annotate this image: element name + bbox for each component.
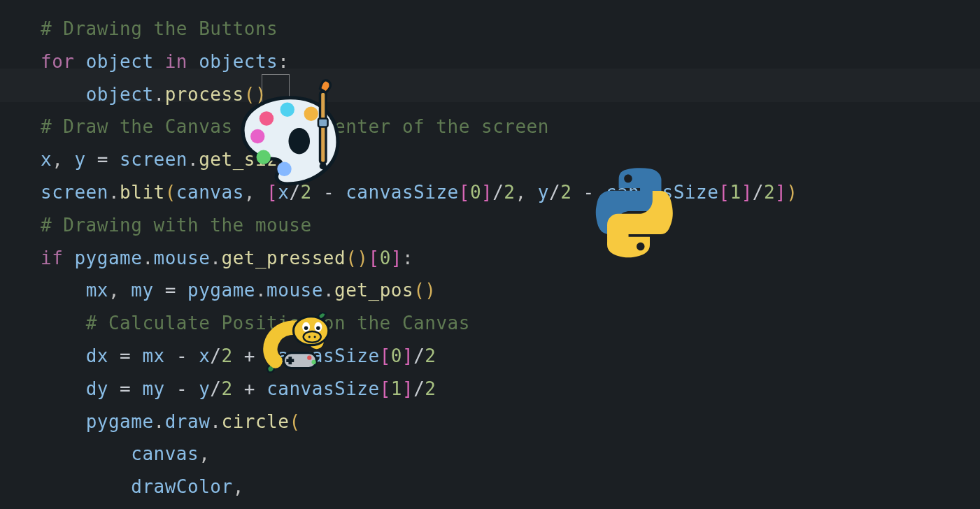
code-editor[interactable]: # Drawing the Buttons for object in obje… <box>0 0 980 509</box>
operator-minus: - <box>176 378 187 399</box>
bracket-close: ] <box>775 182 786 203</box>
bracket-close: ] <box>481 182 492 203</box>
paren-close: ) <box>425 280 436 301</box>
identifier: canvasSize <box>606 182 719 203</box>
identifier: objects <box>199 51 278 72</box>
number-literal: 0 <box>470 182 481 203</box>
function-call: get_pressed <box>221 248 346 268</box>
punct-dot: . <box>154 84 165 105</box>
paren-close: ) <box>301 149 312 170</box>
bracket-close: ] <box>741 182 753 203</box>
number-literal: 2 <box>504 182 515 203</box>
identifier: mouse <box>267 280 323 301</box>
identifier: canvas <box>131 443 199 464</box>
identifier: screen <box>41 182 108 203</box>
number-literal: 2 <box>764 182 775 203</box>
identifier: object <box>86 51 154 72</box>
operator-slash: / <box>549 182 560 203</box>
paren-close: ) <box>786 182 797 203</box>
identifier: mx <box>142 345 164 366</box>
operator-minus: - <box>583 182 594 203</box>
identifier: dy <box>86 378 108 399</box>
identifier: pygame <box>74 248 142 268</box>
identifier: x <box>278 182 289 203</box>
bracket-open: [ <box>267 182 278 203</box>
operator-minus: - <box>176 345 187 366</box>
operator-slash: / <box>413 378 425 399</box>
punct-comma: , <box>108 280 120 301</box>
bracket-close: ] <box>402 345 413 366</box>
identifier: y <box>538 182 549 203</box>
punct-comma: , <box>52 149 63 170</box>
number-literal: 1 <box>391 378 402 399</box>
operator-slash: / <box>753 182 764 203</box>
identifier: canvasSize <box>346 182 459 203</box>
keyword-if: if <box>41 248 63 268</box>
operator-eq: = <box>120 378 131 399</box>
bracket-open: [ <box>380 345 391 366</box>
identifier: mouse <box>154 248 211 268</box>
number-literal: 2 <box>560 182 571 203</box>
number-literal: 0 <box>380 248 391 268</box>
identifier: drawColor <box>131 476 232 497</box>
operator-slash: / <box>492 182 504 203</box>
comment-line: # Drawing the Buttons <box>41 18 278 39</box>
function-call: get_size <box>199 149 289 170</box>
bracket-close: ] <box>391 248 402 268</box>
identifier: x <box>41 149 52 170</box>
punct-dot: . <box>255 280 267 301</box>
comment-line: # Calculate Position on the Canvas <box>86 313 470 334</box>
function-call: get_pos <box>334 280 413 301</box>
bracket-close: ] <box>402 378 413 399</box>
identifier: pygame <box>86 411 154 432</box>
bracket-open: [ <box>459 182 470 203</box>
identifier: draw <box>165 411 211 432</box>
identifier: screen <box>120 149 187 170</box>
identifier: pygame <box>187 280 255 301</box>
operator-slash: / <box>210 345 221 366</box>
operator-slash: / <box>413 345 425 366</box>
operator-plus: + <box>244 345 255 366</box>
punct-colon: : <box>402 248 413 268</box>
number-literal: 0 <box>391 345 402 366</box>
punct-comma: , <box>199 443 210 464</box>
number-literal: 2 <box>301 182 312 203</box>
operator-slash: / <box>210 378 221 399</box>
punct-dot: . <box>323 280 334 301</box>
identifier: mx <box>86 280 108 301</box>
paren-close: ) <box>357 248 368 268</box>
identifier: dx <box>86 345 108 366</box>
paren-open: ( <box>346 248 357 268</box>
number-literal: 2 <box>425 345 436 366</box>
punct-dot: . <box>142 248 153 268</box>
number-literal: 1 <box>730 182 741 203</box>
code-block[interactable]: # Drawing the Buttons for object in obje… <box>0 0 980 503</box>
paren-open: ( <box>413 280 425 301</box>
identifier: my <box>131 280 153 301</box>
keyword-in: in <box>165 51 187 72</box>
punct-comma: , <box>516 182 527 203</box>
paren-open: ( <box>289 149 300 170</box>
paren-close: ) <box>255 84 267 105</box>
identifier: object <box>86 84 154 105</box>
identifier: canvas <box>176 182 244 203</box>
punct-dot: . <box>187 149 199 170</box>
comment-line: # Drawing with the mouse <box>41 215 312 236</box>
operator-eq: = <box>165 280 176 301</box>
number-literal: 2 <box>425 378 436 399</box>
punct-colon: : <box>278 51 289 72</box>
punct-dot: . <box>210 248 221 268</box>
bracket-open: [ <box>368 248 379 268</box>
punct-comma: , <box>233 476 244 497</box>
bracket-open: [ <box>718 182 730 203</box>
punct-comma: , <box>244 182 255 203</box>
keyword-for: for <box>41 51 74 72</box>
identifier: my <box>142 378 164 399</box>
identifier: y <box>199 378 210 399</box>
identifier: canvasSize <box>267 345 380 366</box>
paren-open: ( <box>244 84 255 105</box>
operator-minus: - <box>323 182 334 203</box>
bracket-open: [ <box>380 378 391 399</box>
paren-open: ( <box>289 411 300 432</box>
punct-dot: . <box>108 182 120 203</box>
